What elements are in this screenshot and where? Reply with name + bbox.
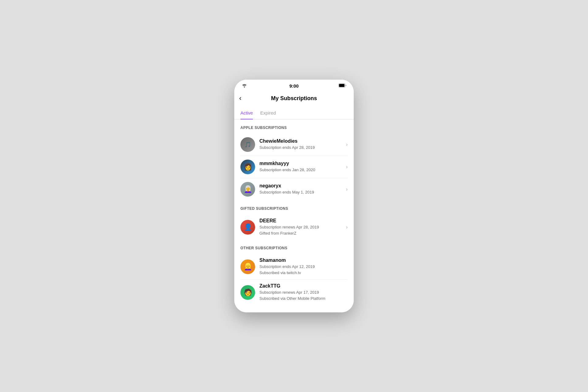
svg-rect-1 bbox=[339, 84, 345, 87]
item-info-deere: DEERE Subscription renews Apr 28, 2019 G… bbox=[259, 218, 344, 236]
item-sub1: Subscription ends Jan 28, 2020 bbox=[259, 167, 344, 173]
item-sub1: Subscription renews Apr 17, 2019 bbox=[259, 289, 344, 296]
chevron-icon: › bbox=[346, 164, 348, 170]
item-name: negaoryx bbox=[259, 183, 344, 189]
chevron-icon: › bbox=[346, 224, 348, 230]
chevron-icon: › bbox=[346, 187, 348, 192]
subscription-item-zackttg[interactable]: 🧑 ZackTTG Subscription renews Apr 17, 20… bbox=[234, 280, 354, 305]
status-right bbox=[338, 83, 346, 88]
back-button[interactable]: ‹ bbox=[239, 94, 244, 103]
avatar-negaoryx: 👩‍🦳 bbox=[240, 182, 255, 197]
page-header: ‹ My Subscriptions bbox=[234, 90, 354, 107]
avatar-zackttg: 🧑 bbox=[240, 285, 255, 300]
subscription-item-mmmkhayyy[interactable]: 👩 mmmkhayyy Subscription ends Jan 28, 20… bbox=[234, 156, 354, 178]
item-info-zackttg: ZackTTG Subscription renews Apr 17, 2019… bbox=[259, 283, 344, 301]
item-sub1: Subscription renews Apr 28, 2019 bbox=[259, 224, 344, 230]
tab-expired[interactable]: Expired bbox=[260, 107, 276, 119]
subscription-item-chewiemelodies[interactable]: 🎵 ChewieMelodies Subscription ends Apr 2… bbox=[234, 134, 354, 156]
avatar-shamanom: 👱‍♀️ bbox=[240, 259, 255, 274]
status-left bbox=[242, 83, 247, 88]
subscription-item-shamanom[interactable]: 👱‍♀️ Shamanom Subscription ends Apr 12, … bbox=[234, 254, 354, 279]
section-header-gifted: GIFTED SUBSCRIPTIONS bbox=[234, 200, 354, 214]
item-info-shamanom: Shamanom Subscription ends Apr 12, 2019 … bbox=[259, 258, 344, 276]
section-header-other: OTHER SUBSCRIPTIONS bbox=[234, 240, 354, 254]
item-info-negaoryx: negaoryx Subscription ends May 1, 2019 bbox=[259, 183, 344, 195]
item-name: ZackTTG bbox=[259, 283, 344, 289]
item-name: DEERE bbox=[259, 218, 344, 224]
item-name: ChewieMelodies bbox=[259, 138, 344, 144]
item-sub2: Subscribed via Other Mobile Platform bbox=[259, 296, 344, 302]
subscription-item-deere[interactable]: 👤 DEERE Subscription renews Apr 28, 2019… bbox=[234, 214, 354, 240]
item-sub1: Subscription ends Apr 12, 2019 bbox=[259, 264, 344, 270]
avatar-deere: 👤 bbox=[240, 220, 255, 235]
subscription-item-negaoryx[interactable]: 👩‍🦳 negaoryx Subscription ends May 1, 20… bbox=[234, 178, 354, 200]
chevron-icon: › bbox=[346, 142, 348, 147]
battery-icon bbox=[338, 83, 346, 88]
wifi-icon bbox=[242, 83, 247, 88]
page-title: My Subscriptions bbox=[271, 95, 317, 102]
item-sub2: Gifted from FrankerZ bbox=[259, 230, 344, 236]
section-header-apple: APPLE SUBSCRIPTIONS bbox=[234, 119, 354, 134]
avatar-chewiemelodies: 🎵 bbox=[240, 137, 255, 152]
item-sub1: Subscription ends Apr 28, 2019 bbox=[259, 145, 344, 151]
avatar-mmmkhayyy: 👩 bbox=[240, 160, 255, 174]
status-bar: 9:00 bbox=[234, 80, 354, 90]
content-area: APPLE SUBSCRIPTIONS 🎵 ChewieMelodies Sub… bbox=[234, 119, 354, 312]
tab-active[interactable]: Active bbox=[240, 107, 253, 119]
item-info-mmmkhayyy: mmmkhayyy Subscription ends Jan 28, 2020 bbox=[259, 161, 344, 173]
item-sub2: Subscribed via twitch.tv bbox=[259, 270, 344, 276]
phone-frame: 9:00 ‹ My Subscriptions Active Expired A… bbox=[234, 80, 354, 312]
item-name: mmmkhayyy bbox=[259, 161, 344, 166]
tabs-container: Active Expired bbox=[234, 107, 354, 119]
item-info-chewiemelodies: ChewieMelodies Subscription ends Apr 28,… bbox=[259, 138, 344, 151]
item-name: Shamanom bbox=[259, 258, 344, 263]
status-time: 9:00 bbox=[289, 83, 299, 89]
item-sub1: Subscription ends May 1, 2019 bbox=[259, 189, 344, 195]
